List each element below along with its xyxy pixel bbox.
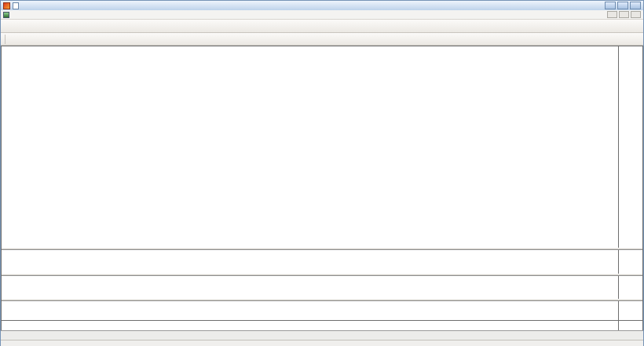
standard-toolbar xyxy=(1,20,643,33)
chart-annotation xyxy=(401,172,606,179)
macd-pane[interactable] xyxy=(2,276,618,299)
mdi-restore-button[interactable] xyxy=(619,11,629,18)
title-bar xyxy=(1,1,643,10)
chart-tabs xyxy=(1,331,636,340)
price-axis xyxy=(618,46,642,248)
menu-bar xyxy=(1,10,643,20)
macd-axis xyxy=(618,276,642,299)
document-icon xyxy=(13,2,19,9)
symbol-label xyxy=(4,48,5,55)
mdi-close-button[interactable] xyxy=(631,11,641,18)
time-axis-labels xyxy=(2,321,618,330)
tab-scroll-controls xyxy=(636,331,643,340)
app-logo-icon xyxy=(3,2,10,9)
minimize-button[interactable] xyxy=(605,2,616,9)
close-button[interactable] xyxy=(630,2,641,9)
toolbar-separator xyxy=(5,35,5,44)
stochastic-pane[interactable] xyxy=(2,301,618,320)
stochastic-axis xyxy=(618,301,642,320)
drawing-toolbar xyxy=(1,33,643,46)
maximize-button[interactable] xyxy=(617,2,628,9)
mdi-window-controls xyxy=(607,11,641,18)
mdi-minimize-button[interactable] xyxy=(607,11,617,18)
main-chart-plot[interactable] xyxy=(2,46,618,248)
time-axis xyxy=(2,320,642,330)
chart-tabs-bar xyxy=(1,330,643,340)
chart-window-icon xyxy=(3,12,9,18)
axis-corner xyxy=(618,321,642,330)
rsi-pane[interactable] xyxy=(2,250,618,274)
window-controls xyxy=(605,2,641,9)
chart-window xyxy=(1,46,643,330)
status-bar xyxy=(1,340,643,346)
application-window xyxy=(0,0,644,346)
rsi-axis xyxy=(618,250,642,274)
